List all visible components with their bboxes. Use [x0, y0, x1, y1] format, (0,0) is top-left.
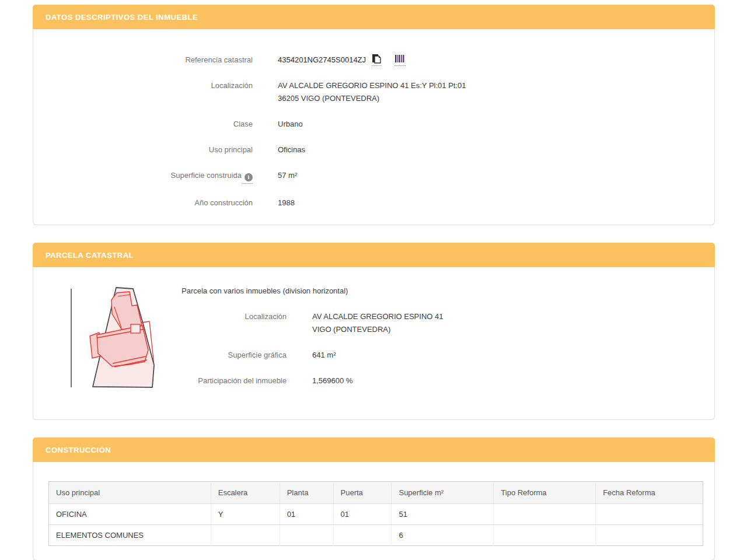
field-participacion: Participación del inmueble 1,569600 %	[181, 374, 443, 387]
col-header-tipo-reforma: Tipo Reforma	[494, 482, 596, 504]
localizacion-line2: 36205 VIGO (PONTEVEDRA)	[278, 92, 466, 105]
datos-body: Referencia catastral 4354201NG2745S0014Z…	[33, 29, 715, 225]
field-label: Superficie gráfica	[181, 349, 287, 362]
field-label: Año construcción	[33, 197, 253, 209]
barcode-icon[interactable]	[395, 54, 406, 66]
participacion-value: 1,569600 %	[312, 374, 352, 387]
field-referencia-catastral: Referencia catastral 4354201NG2745S0014Z…	[33, 54, 714, 66]
parcela-body: Parcela con varios inmuebles (division h…	[33, 267, 715, 420]
field-label: Uso principal	[33, 144, 253, 156]
field-superficie-construida: Superficie construidai 57 m²	[33, 169, 714, 184]
cell-puerta: 01	[333, 504, 392, 525]
cell-uso: OFICINA	[49, 504, 211, 525]
superficie-construida-value: 57 m²	[278, 169, 297, 184]
field-label: Superficie construida	[171, 171, 242, 180]
cell-superficie: 6	[392, 525, 494, 546]
info-circle-icon[interactable]: i	[245, 173, 253, 181]
field-parcela-localizacion: Localización AV ALCALDE GREGORIO ESPINO …	[181, 310, 443, 336]
col-header-escalera: Escalera	[211, 482, 280, 504]
parcela-tipo: Parcela con varios inmuebles (division h…	[181, 286, 443, 295]
field-anio-construccion: Año construcción 1988	[33, 197, 714, 209]
table-header-row: Uso principal Escalera Planta Puerta Sup…	[49, 482, 703, 504]
col-header-puerta: Puerta	[333, 482, 392, 504]
construccion-panel: CONSTRUCCIÓN Uso principal Escalera Plan…	[33, 438, 715, 560]
panel-title-datos: DATOS DESCRIPTIVOS DEL INMUEBLE	[33, 5, 715, 29]
cell-tipo-reforma	[494, 504, 596, 525]
cell-planta: 01	[280, 504, 333, 525]
field-localizacion: Localización AV ALCALDE GREGORIO ESPINO …	[33, 79, 714, 105]
superficie-grafica-value: 641 m²	[312, 349, 336, 362]
anio-construccion-value: 1988	[278, 197, 295, 209]
field-label: Participación del inmueble	[181, 374, 287, 387]
cell-puerta	[333, 525, 392, 546]
field-label: Localización	[181, 310, 287, 336]
localizacion-line1: AV ALCALDE GREGORIO ESPINO 41 Es:Y Pl:01…	[278, 79, 466, 92]
uso-principal-value: Oficinas	[278, 144, 305, 156]
table-row: OFICINA Y 01 01 51	[49, 504, 703, 525]
parcela-localizacion-line2: VIGO (PONTEVEDRA)	[312, 323, 443, 336]
cell-escalera: Y	[211, 504, 280, 525]
construccion-body: Uso principal Escalera Planta Puerta Sup…	[33, 462, 715, 560]
col-header-fecha-reforma: Fecha Reforma	[596, 482, 703, 504]
col-header-uso-principal: Uso principal	[49, 482, 211, 504]
field-label: Localización	[33, 79, 253, 105]
parcela-catastral-panel: PARCELA CATASTRAL Parcela con varios inm…	[33, 243, 715, 420]
field-label: Clase	[33, 118, 253, 131]
cell-fecha-reforma	[596, 525, 703, 546]
cell-superficie: 51	[392, 504, 494, 525]
parcela-text-block: Parcela con varios inmuebles (division h…	[181, 279, 443, 407]
construccion-table: Uso principal Escalera Planta Puerta Sup…	[48, 481, 703, 546]
field-clase: Clase Urbano	[33, 118, 714, 131]
field-uso-principal: Uso principal Oficinas	[33, 144, 714, 156]
cell-uso: ELEMENTOS COMUNES	[49, 525, 211, 546]
cell-escalera	[211, 525, 280, 546]
cell-planta	[280, 525, 333, 546]
clase-value: Urbano	[278, 118, 303, 131]
panel-title-construccion: CONSTRUCCIÓN	[33, 438, 715, 462]
field-superficie-grafica: Superficie gráfica 641 m²	[181, 349, 443, 362]
parcela-localizacion-line1: AV ALCALDE GREGORIO ESPINO 41	[312, 310, 443, 323]
col-header-planta: Planta	[280, 482, 333, 504]
datos-descriptivos-panel: DATOS DESCRIPTIVOS DEL INMUEBLE Referenc…	[33, 5, 715, 225]
panel-title-parcela: PARCELA CATASTRAL	[33, 243, 715, 267]
cell-fecha-reforma	[596, 504, 703, 525]
referencia-catastral-value: 4354201NG2745S0014ZJ	[278, 55, 366, 64]
table-row: ELEMENTOS COMUNES 6	[49, 525, 703, 546]
copy-document-icon[interactable]	[372, 54, 382, 66]
field-label: Referencia catastral	[33, 54, 253, 66]
col-header-superficie: Superficie m²	[392, 482, 494, 504]
cell-tipo-reforma	[494, 525, 596, 546]
parcel-map-image	[56, 279, 181, 407]
